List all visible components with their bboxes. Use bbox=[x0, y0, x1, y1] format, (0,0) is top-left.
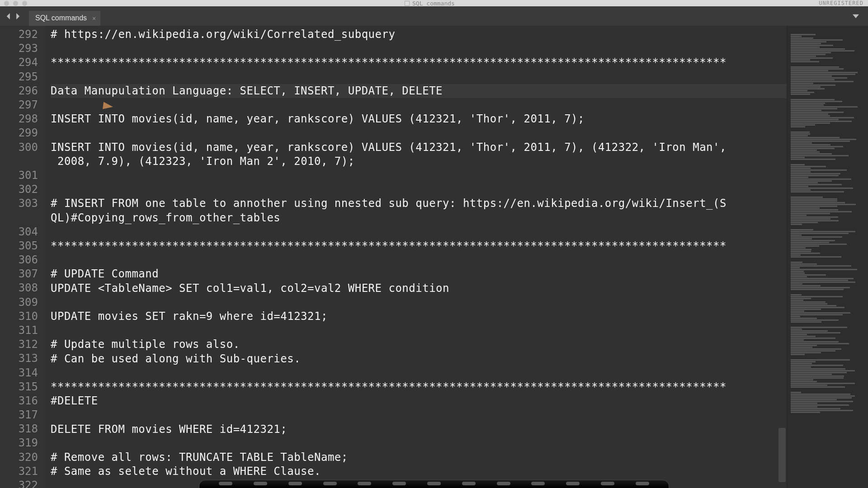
minimap-line bbox=[791, 300, 803, 301]
tab-sql-commands[interactable]: SQL commands × bbox=[29, 11, 100, 26]
minimap-line bbox=[791, 361, 816, 362]
code-line[interactable]: INSERT INTO movies(id, name, year, ranks… bbox=[51, 141, 787, 155]
line-number: 296 bbox=[0, 84, 38, 98]
code-line[interactable] bbox=[51, 225, 787, 239]
code-line[interactable]: QL)#Copying_rows_from_other_tables bbox=[51, 211, 787, 225]
code-line[interactable]: # Remove all rows: TRUNCATE TABLE TableN… bbox=[51, 450, 787, 465]
minimap-line bbox=[791, 173, 840, 174]
close-window-icon[interactable] bbox=[4, 1, 9, 6]
vertical-scrollbar-thumb[interactable] bbox=[778, 428, 786, 482]
minimap-line bbox=[791, 61, 819, 62]
minimize-window-icon[interactable] bbox=[13, 1, 18, 6]
minimap-line bbox=[791, 386, 845, 388]
macos-dock[interactable] bbox=[199, 480, 669, 488]
minimap-line bbox=[791, 385, 827, 386]
minimap[interactable] bbox=[787, 26, 868, 488]
minimap-line bbox=[791, 148, 835, 149]
minimap-line bbox=[791, 271, 804, 272]
minimap-line bbox=[791, 312, 850, 314]
dock-app-icon[interactable] bbox=[427, 482, 441, 485]
code-line[interactable] bbox=[51, 324, 787, 338]
nav-back-icon[interactable] bbox=[5, 13, 12, 21]
dock-app-icon[interactable] bbox=[288, 482, 302, 485]
minimap-line bbox=[791, 348, 841, 350]
dock-app-icon[interactable] bbox=[323, 482, 337, 485]
code-line[interactable]: DELETE FROM movies WHERE id=412321; bbox=[51, 422, 787, 436]
minimap-line bbox=[791, 211, 852, 212]
dock-app-icon[interactable] bbox=[219, 482, 232, 485]
code-line[interactable]: UPDATE <TableName> SET col1=val1, col2=v… bbox=[51, 282, 787, 296]
tab-close-icon[interactable]: × bbox=[92, 15, 96, 22]
code-line[interactable] bbox=[51, 296, 787, 310]
code-line[interactable] bbox=[51, 253, 787, 267]
window-traffic-lights[interactable] bbox=[4, 1, 27, 6]
dock-app-icon[interactable] bbox=[254, 482, 267, 485]
code-line[interactable] bbox=[51, 183, 787, 197]
minimap-line bbox=[791, 34, 816, 35]
minimap-line bbox=[791, 235, 802, 236]
code-line[interactable] bbox=[51, 366, 787, 380]
dock-app-icon[interactable] bbox=[531, 482, 545, 485]
minimap-line bbox=[791, 327, 847, 328]
code-area[interactable]: # https://en.wikipedia.org/wiki/Correlat… bbox=[45, 26, 787, 488]
code-line[interactable]: #DELETE bbox=[51, 394, 787, 408]
code-line[interactable]: UPDATE movies SET rakn=9 where id=412321… bbox=[51, 310, 787, 324]
minimap-line bbox=[791, 41, 826, 42]
code-line[interactable]: ****************************************… bbox=[51, 239, 787, 253]
code-line[interactable]: # Update multiple rows also. bbox=[51, 338, 787, 352]
line-number: 306 bbox=[0, 253, 38, 267]
line-number: 299 bbox=[0, 126, 38, 140]
code-line[interactable] bbox=[51, 169, 787, 183]
code-line[interactable]: # Can be used along with Sub-queries. bbox=[51, 352, 787, 366]
code-line[interactable]: # INSERT FROM one table to annother usin… bbox=[51, 197, 787, 211]
line-number: 304 bbox=[0, 225, 38, 239]
dock-app-icon[interactable] bbox=[392, 482, 406, 485]
code-line[interactable]: ****************************************… bbox=[51, 380, 787, 394]
dock-app-icon[interactable] bbox=[462, 482, 476, 485]
minimap-line bbox=[791, 363, 812, 364]
minimap-line bbox=[791, 370, 855, 371]
code-line[interactable]: Data Manupulation Language: SELECT, INSE… bbox=[51, 84, 787, 98]
dock-app-icon[interactable] bbox=[358, 482, 371, 485]
minimap-line bbox=[791, 377, 844, 379]
minimap-line bbox=[791, 164, 805, 165]
minimap-line bbox=[791, 213, 830, 214]
code-line[interactable]: 2008, 7.9), (412323, 'Iron Man 2', 2010,… bbox=[51, 155, 787, 169]
zoom-window-icon[interactable] bbox=[22, 1, 27, 6]
minimap-line bbox=[791, 99, 835, 100]
minimap-line bbox=[791, 395, 855, 397]
minimap-line bbox=[791, 244, 847, 245]
minimap-line bbox=[791, 144, 830, 145]
tab-overflow-icon[interactable] bbox=[853, 13, 859, 21]
code-line[interactable] bbox=[51, 98, 787, 112]
minimap-line bbox=[791, 74, 855, 75]
dock-app-icon[interactable] bbox=[601, 482, 614, 485]
minimap-line bbox=[791, 72, 858, 73]
minimap-line bbox=[791, 39, 843, 41]
nav-forward-icon[interactable] bbox=[14, 13, 21, 21]
code-line[interactable]: INSERT INTO movies(id, name, year, ranks… bbox=[51, 112, 787, 126]
code-line[interactable] bbox=[51, 408, 787, 422]
dock-app-icon[interactable] bbox=[566, 482, 580, 485]
minimap-line bbox=[791, 131, 810, 133]
minimap-line bbox=[791, 328, 802, 330]
code-line[interactable]: # UPDATE Command bbox=[51, 267, 787, 281]
code-line[interactable] bbox=[51, 126, 787, 140]
minimap-line bbox=[791, 95, 864, 99]
minimap-line bbox=[791, 200, 837, 202]
minimap-line bbox=[791, 112, 844, 113]
code-line[interactable] bbox=[51, 42, 787, 56]
code-line[interactable]: # https://en.wikipedia.org/wiki/Correlat… bbox=[51, 28, 787, 42]
dock-app-icon[interactable] bbox=[497, 482, 510, 485]
code-line[interactable] bbox=[51, 436, 787, 450]
minimap-line bbox=[791, 307, 844, 308]
minimap-line bbox=[791, 77, 847, 79]
code-line[interactable]: ****************************************… bbox=[51, 56, 787, 70]
code-line[interactable]: # Same as selete without a WHERE Clause. bbox=[51, 465, 787, 479]
minimap-line bbox=[791, 122, 830, 124]
line-number: 303 bbox=[0, 197, 38, 211]
line-number: 292 bbox=[0, 28, 38, 42]
dock-app-icon[interactable] bbox=[636, 482, 649, 485]
line-number: 315 bbox=[0, 380, 38, 394]
code-line[interactable] bbox=[51, 70, 787, 84]
